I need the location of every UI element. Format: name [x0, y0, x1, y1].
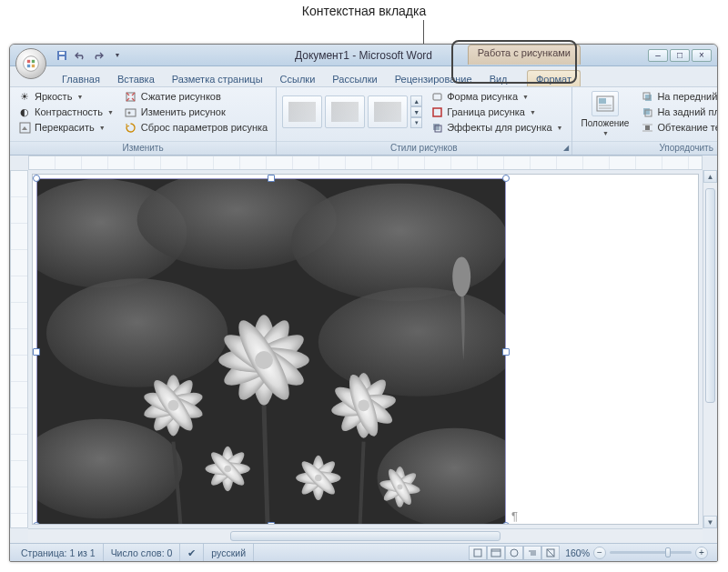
title-bar: ▼ Документ1 - Microsoft Word Работа с ри… — [10, 45, 717, 66]
svg-rect-7 — [59, 56, 65, 60]
tab-format[interactable]: Формат — [527, 70, 581, 86]
change-picture-button[interactable]: Изменить рисунок — [122, 105, 270, 119]
view-full-screen[interactable] — [487, 546, 505, 560]
style-thumb-2[interactable] — [325, 95, 365, 128]
reset-picture-button[interactable]: Сброс параметров рисунка — [122, 120, 270, 135]
svg-rect-17 — [599, 98, 606, 104]
text-wrap-button[interactable]: Обтекание текстом▼ — [638, 120, 718, 135]
status-page[interactable]: Страница: 1 из 1 — [14, 544, 104, 561]
styles-launcher-icon[interactable]: ◢ — [563, 144, 569, 152]
zoom-control: 160% − + — [560, 547, 713, 559]
group-styles-label: Стили рисунков◢ — [277, 141, 571, 155]
svg-rect-12 — [433, 94, 441, 100]
proofing-icon: ✔ — [187, 547, 196, 558]
status-bar: Страница: 1 из 1 Число слов: 0 ✔ русский… — [10, 543, 717, 561]
view-outline[interactable] — [523, 546, 541, 560]
bring-front-icon — [641, 90, 653, 103]
qat-more-icon[interactable]: ▼ — [111, 49, 124, 62]
undo-icon[interactable] — [74, 49, 86, 62]
view-draft[interactable] — [541, 546, 560, 560]
styles-gallery[interactable]: ▲▼▾ — [282, 95, 422, 128]
compress-icon — [125, 90, 137, 103]
tab-references[interactable]: Ссылки — [272, 71, 324, 86]
status-language[interactable]: русский — [204, 544, 254, 561]
vertical-scrollbar[interactable]: ▲ ▼ — [703, 170, 717, 528]
resize-handle-tl[interactable] — [33, 175, 40, 182]
office-button[interactable] — [15, 48, 46, 79]
svg-rect-13 — [433, 108, 441, 116]
scroll-down-icon[interactable]: ▼ — [703, 516, 717, 528]
wrap-icon — [641, 121, 653, 134]
minimize-button[interactable]: – — [648, 49, 668, 62]
view-print-layout[interactable] — [469, 546, 487, 560]
close-button[interactable]: × — [692, 49, 712, 62]
tab-view[interactable]: Вид — [481, 71, 516, 86]
svg-rect-1 — [27, 60, 30, 63]
tab-insert[interactable]: Вставка — [109, 71, 163, 86]
document-page[interactable]: ¶ — [32, 174, 699, 525]
zoom-slider-thumb[interactable] — [665, 547, 671, 557]
send-back-button[interactable]: На задний план▼ — [638, 105, 718, 119]
compress-button[interactable]: Сжатие рисунков — [122, 89, 270, 104]
resize-handle-br[interactable] — [502, 522, 510, 525]
change-picture-icon — [125, 105, 137, 118]
resize-handle-r[interactable] — [502, 348, 510, 356]
recolor-button[interactable]: Перекрасить▼ — [15, 120, 116, 135]
bring-front-button[interactable]: На передний план▼ — [638, 89, 718, 104]
send-back-icon — [641, 105, 653, 118]
horizontal-scrollbar[interactable] — [28, 528, 703, 543]
zoom-in-button[interactable]: + — [695, 547, 708, 559]
picture-border-button[interactable]: Граница рисунка▼ — [428, 105, 565, 119]
picture-effects-button[interactable]: Эффекты для рисунка▼ — [428, 120, 565, 135]
recolor-icon — [18, 121, 31, 134]
brightness-button[interactable]: ☀Яркость▼ — [15, 89, 116, 104]
zoom-slider[interactable] — [610, 551, 692, 554]
svg-point-0 — [24, 56, 39, 72]
tab-mailings[interactable]: Рассылки — [324, 71, 385, 86]
shape-icon — [430, 90, 443, 103]
brightness-icon: ☀ — [18, 90, 31, 103]
position-button[interactable]: Положение▼ — [578, 89, 633, 138]
tab-home[interactable]: Главная — [54, 71, 108, 86]
resize-handle-tr[interactable] — [502, 175, 510, 182]
group-adjust-label: Изменить — [10, 141, 276, 155]
zoom-value[interactable]: 160% — [565, 547, 590, 558]
horizontal-ruler[interactable] — [28, 156, 703, 170]
svg-rect-6 — [59, 52, 65, 55]
resize-handle-t[interactable] — [268, 175, 275, 182]
contrast-button[interactable]: ◐Контрастность▼ — [15, 105, 116, 119]
hscroll-thumb[interactable] — [230, 531, 500, 541]
save-icon[interactable] — [56, 49, 68, 62]
svg-point-35 — [291, 184, 505, 301]
resize-handle-l[interactable] — [33, 348, 40, 356]
contextual-tab-header: Работа с рисунками — [468, 45, 581, 65]
tab-review[interactable]: Рецензирование — [387, 71, 480, 86]
vertical-ruler[interactable] — [10, 170, 28, 528]
svg-point-73 — [397, 484, 402, 489]
style-thumb-1[interactable] — [282, 95, 322, 128]
quick-access-toolbar: ▼ — [56, 49, 124, 62]
ribbon-tabs: Главная Вставка Разметка страницы Ссылки… — [50, 66, 717, 86]
svg-rect-20 — [645, 95, 652, 101]
resize-handle-bl[interactable] — [33, 522, 40, 525]
redo-icon[interactable] — [92, 49, 105, 62]
style-thumb-3[interactable] — [368, 95, 408, 128]
view-web-layout[interactable] — [505, 546, 523, 560]
contrast-icon: ◐ — [18, 105, 31, 118]
status-proofing[interactable]: ✔ — [180, 544, 204, 561]
gallery-spinner[interactable]: ▲▼▾ — [410, 95, 422, 128]
svg-rect-4 — [32, 65, 35, 67]
resize-handle-b[interactable] — [268, 522, 275, 525]
selected-picture[interactable] — [36, 178, 506, 525]
zoom-out-button[interactable]: − — [593, 547, 606, 559]
status-words[interactable]: Число слов: 0 — [104, 544, 181, 561]
ribbon: ☀Яркость▼ ◐Контрастность▼ Перекрасить▼ С… — [10, 86, 717, 156]
maximize-button[interactable]: □ — [670, 49, 690, 62]
picture-shape-button[interactable]: Форма рисунка▼ — [428, 89, 565, 104]
tab-page-layout[interactable]: Разметка страницы — [164, 71, 271, 86]
svg-point-78 — [511, 549, 518, 557]
scroll-up-icon[interactable]: ▲ — [703, 170, 717, 183]
vscroll-thumb[interactable] — [705, 188, 715, 403]
document-area: ▲ ▼ — [10, 156, 717, 543]
svg-point-68 — [315, 475, 322, 482]
